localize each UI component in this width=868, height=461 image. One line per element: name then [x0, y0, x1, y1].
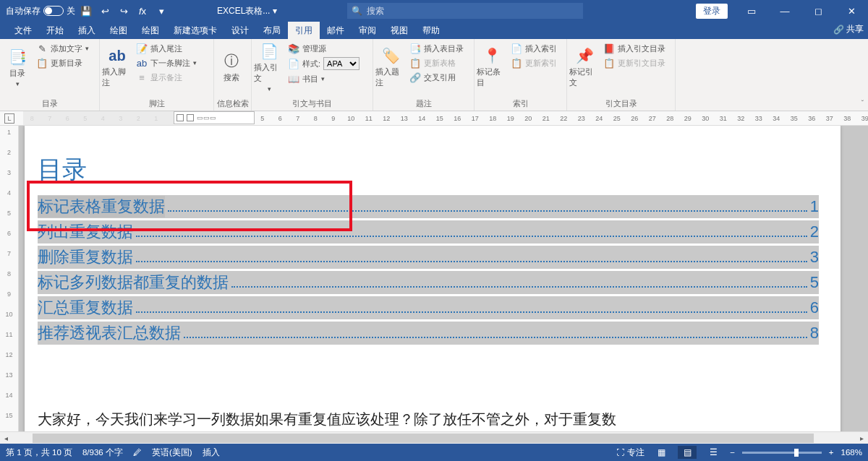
mark-citation-button[interactable]: 📌 标记引文 — [569, 42, 600, 92]
toc-icon: 📑 — [8, 48, 27, 66]
toc-entry[interactable]: 推荐透视表汇总数据8 — [38, 322, 819, 345]
manage-sources-button[interactable]: 📚管理源 — [286, 42, 362, 55]
toc-entry[interactable]: 汇总重复数据6 — [38, 296, 819, 319]
status-mode[interactable]: 插入 — [203, 447, 220, 458]
autosave-label: 自动保存 — [6, 5, 41, 17]
autosave-state: 关 — [67, 5, 75, 17]
menu-tab-12[interactable]: 帮助 — [415, 22, 447, 40]
scroll-thumb[interactable] — [33, 434, 814, 443]
toc-entry-page: 1 — [810, 197, 819, 216]
update-table-button[interactable]: 📋更新表格 — [407, 56, 466, 69]
share-icon: 🔗 — [833, 25, 844, 35]
status-words[interactable]: 8/936 个字 — [82, 447, 123, 458]
menu-tab-6[interactable]: 设计 — [224, 22, 256, 40]
close-icon[interactable]: ✕ — [835, 0, 868, 22]
minimize-icon[interactable]: — — [768, 0, 801, 22]
menu-tab-8[interactable]: 引用 — [288, 22, 320, 40]
share-button[interactable]: 🔗 共享 — [833, 23, 864, 35]
menu-tab-2[interactable]: 插入 — [71, 22, 103, 40]
update-authorities-button[interactable]: 📋更新引文目录 — [601, 56, 668, 69]
menu-tab-4[interactable]: 绘图 — [135, 22, 166, 40]
scrollbar-horizontal[interactable]: ◂ ▸ — [0, 431, 868, 444]
search-input[interactable]: 🔍 搜索 — [347, 3, 583, 19]
document-title[interactable]: EXCEL表格... ▾ — [217, 5, 277, 17]
tab-selector-icon[interactable]: L — [4, 113, 14, 124]
undo-icon[interactable]: ↩ — [97, 3, 113, 19]
status-proofing-icon[interactable]: 🖉 — [133, 448, 142, 457]
show-icon: ≡ — [136, 72, 148, 83]
chevron-down-icon: ▾ — [268, 85, 271, 92]
cross-reference-button[interactable]: 🔗交叉引用 — [407, 71, 466, 84]
view-read-icon[interactable]: ▦ — [652, 446, 671, 459]
ruler-vertical[interactable]: 123456789101112131415161718 — [0, 126, 19, 444]
insert-index-button[interactable]: 📄插入索引 — [509, 42, 559, 55]
page-scroll-area[interactable]: 目录 标记表格重复数据1列出重复数据2删除重复数据3标记多列数据都重复的数据5汇… — [19, 126, 868, 444]
fx-icon[interactable]: fx — [135, 3, 150, 19]
update-index-button[interactable]: 📋更新索引 — [509, 56, 559, 69]
scroll-left-icon[interactable]: ◂ — [0, 434, 12, 442]
toc-button[interactable]: 📑 目录 ▾ — [2, 42, 33, 92]
manage-icon: 📚 — [288, 43, 299, 54]
insert-caption-button[interactable]: 🏷️ 插入题注 — [375, 42, 406, 92]
next-footnote-button[interactable]: ab下一条脚注▾ — [134, 56, 199, 69]
qat-more-icon[interactable]: ▾ — [153, 3, 169, 19]
toc-entry[interactable]: 删除重复数据3 — [38, 246, 819, 269]
toc-entry[interactable]: 标记表格重复数据1 — [38, 195, 819, 218]
insert-endnote-button[interactable]: 📝插入尾注 — [134, 42, 199, 55]
toc-entry[interactable]: 标记多列数据都重复的数据5 — [38, 271, 819, 294]
menu-tab-0[interactable]: 文件 — [7, 22, 39, 40]
menu-tab-1[interactable]: 开始 — [39, 22, 71, 40]
toc-entry[interactable]: 列出重复数据2 — [38, 220, 819, 244]
insert-table-of-figures-button[interactable]: 📑插入表目录 — [407, 42, 466, 55]
toc-leader-dots — [168, 210, 807, 212]
save-icon[interactable]: 💾 — [78, 3, 94, 19]
insert-footnote-button[interactable]: ab 插入脚注 — [102, 42, 132, 92]
ribbon-options-icon[interactable]: ▭ — [735, 0, 768, 22]
ruler-horizontal[interactable]: L 87654321 12345678910111213141516171819… — [0, 111, 868, 126]
document-page: 目录 标记表格重复数据1列出重复数据2删除重复数据3标记多列数据都重复的数据5汇… — [25, 126, 841, 444]
group-label: 目录 — [2, 97, 97, 111]
collapse-ribbon-icon[interactable]: ˇ — [861, 100, 864, 108]
insert-citation-button[interactable]: 📄 插入引文 ▾ — [254, 42, 284, 92]
next-icon: ab — [136, 57, 148, 69]
insert-index-icon: 📄 — [511, 43, 522, 54]
view-print-icon[interactable]: ▤ — [678, 446, 697, 459]
status-page[interactable]: 第 1 页，共 10 页 — [6, 447, 72, 458]
scroll-right-icon[interactable]: ▸ — [856, 434, 868, 442]
toc-entry-text: 推荐透视表汇总数据 — [38, 322, 181, 344]
ab-icon: ab — [108, 46, 127, 65]
focus-mode-button[interactable]: ⛶ 专注 — [616, 447, 644, 458]
menu-tab-10[interactable]: 审阅 — [352, 22, 383, 40]
group-citations: 📄 插入引文 ▾ 📚管理源 📄 样式: APA 📖书目▾ 引文与书目 — [252, 39, 373, 111]
toc-leader-dots — [136, 311, 807, 313]
zoom-value[interactable]: 168% — [841, 448, 862, 457]
menu-tab-11[interactable]: 视图 — [383, 22, 415, 40]
ruler-floating-toolbar[interactable]: ▭▭▭ — [174, 111, 255, 124]
show-notes-button[interactable]: ≡显示备注 — [134, 71, 199, 84]
menu-tab-7[interactable]: 布局 — [256, 22, 288, 40]
citation-style-select[interactable]: 📄 样式: APA — [286, 56, 362, 71]
status-language[interactable]: 英语(美国) — [152, 447, 192, 458]
mark-entry-button[interactable]: 📍 标记条目 — [477, 42, 507, 92]
zoom-out-icon[interactable]: − — [730, 448, 735, 457]
bibliography-button[interactable]: 📖书目▾ — [286, 72, 362, 85]
style-dropdown[interactable]: APA — [323, 57, 359, 70]
view-web-icon[interactable]: ☰ — [704, 446, 723, 459]
float-icon — [176, 114, 184, 121]
research-button[interactable]: ⓘ 搜索 — [216, 42, 247, 92]
insert-authorities-button[interactable]: 📕插入引文目录 — [601, 42, 668, 55]
menu-tab-9[interactable]: 邮件 — [320, 22, 352, 40]
add-text-button[interactable]: ✎添加文字▾ — [34, 42, 91, 55]
login-button[interactable]: 登录 — [696, 4, 728, 19]
maximize-icon[interactable]: ◻ — [801, 0, 835, 22]
menu-tab-3[interactable]: 绘图 — [103, 22, 135, 40]
zoom-in-icon[interactable]: + — [829, 448, 834, 457]
update-toc-button[interactable]: 📋更新目录 — [34, 56, 91, 69]
float-text: ▭▭▭ — [197, 114, 216, 121]
ruler-margin-shade — [23, 111, 174, 125]
endnote-icon: 📝 — [136, 43, 148, 54]
zoom-slider[interactable] — [742, 452, 822, 454]
autosave-toggle[interactable]: 自动保存 关 — [6, 5, 75, 17]
redo-icon[interactable]: ↪ — [116, 3, 132, 19]
menu-tab-5[interactable]: 新建选项卡 — [166, 22, 224, 40]
